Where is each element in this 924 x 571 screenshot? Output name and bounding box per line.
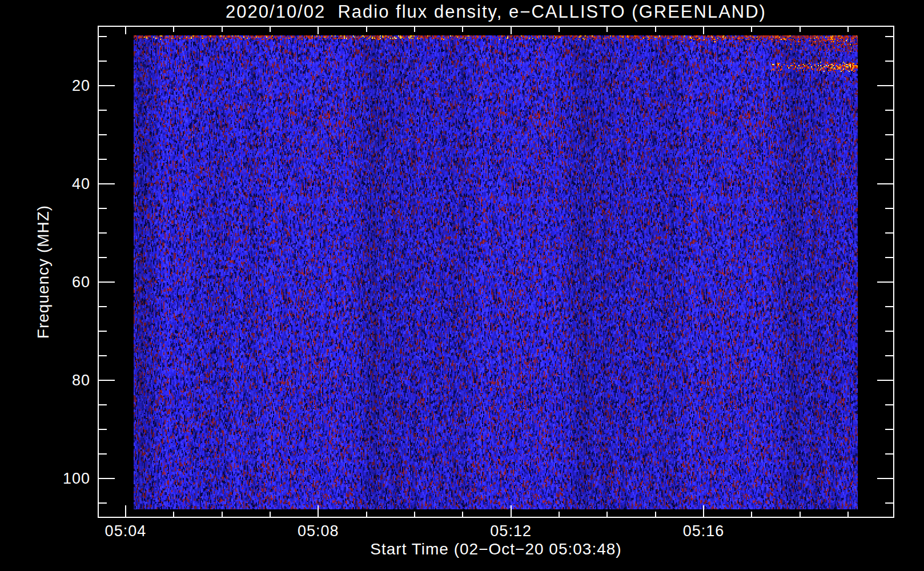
y-minor-tick [99, 61, 107, 62]
x-axis-title: Start Time (02−Oct−20 05:03:48) [98, 540, 894, 558]
y-major-tick-right [877, 183, 893, 184]
y-minor-tick-right [885, 159, 893, 160]
y-minor-tick-right [885, 355, 893, 356]
x-minor-tick-top [655, 27, 656, 32]
y-minor-tick [99, 404, 107, 405]
x-tick-label: 05:04 [86, 522, 166, 540]
y-minor-tick [99, 208, 107, 209]
x-minor-tick-top [847, 27, 849, 32]
y-minor-tick-right [885, 502, 893, 504]
y-minor-tick [99, 257, 107, 258]
y-major-tick [99, 380, 115, 381]
x-major-tick-top [125, 27, 126, 34]
chart-title: 2020/10/02 Radio flux density, e−CALLIST… [98, 2, 894, 22]
y-major-tick [99, 85, 115, 86]
x-minor-tick [414, 512, 415, 517]
x-minor-tick [847, 512, 849, 517]
y-minor-tick [99, 36, 107, 37]
y-minor-tick [99, 232, 107, 234]
x-tick-label: 05:12 [471, 522, 551, 540]
x-minor-tick [270, 512, 271, 517]
x-minor-tick-top [270, 27, 271, 32]
y-minor-tick-right [885, 331, 893, 332]
y-minor-tick [99, 331, 107, 332]
x-minor-tick [366, 512, 367, 517]
y-major-tick-right [877, 85, 893, 86]
y-minor-tick [99, 134, 107, 135]
x-major-tick-top [511, 27, 512, 34]
x-major-tick [511, 505, 512, 517]
x-minor-tick-top [800, 27, 801, 32]
x-minor-tick [173, 512, 174, 517]
x-minor-tick-top [606, 27, 608, 32]
x-minor-tick [655, 512, 656, 517]
y-minor-tick-right [885, 306, 893, 307]
x-minor-tick-top [751, 27, 752, 32]
spectrogram-figure: 2020/10/02 Radio flux density, e−CALLIST… [0, 0, 924, 571]
plot-frame [98, 26, 894, 518]
x-minor-tick [751, 512, 752, 517]
y-minor-tick-right [885, 36, 893, 37]
y-minor-tick-right [885, 257, 893, 258]
x-major-tick-top [703, 27, 704, 34]
y-major-tick [99, 282, 115, 283]
y-major-tick [99, 478, 115, 479]
y-minor-tick-right [885, 429, 893, 430]
x-minor-tick [606, 512, 608, 517]
y-minor-tick [99, 110, 107, 111]
y-minor-tick-right [885, 404, 893, 405]
x-minor-tick-top [414, 27, 415, 32]
y-minor-tick-right [885, 232, 893, 234]
y-major-tick [99, 183, 115, 184]
y-minor-tick [99, 306, 107, 307]
y-axis-title: Frequency (MHZ) [34, 205, 53, 339]
x-minor-tick-top [366, 27, 367, 32]
y-major-tick-right [877, 478, 893, 479]
x-minor-tick-top [462, 27, 463, 32]
y-minor-tick [99, 355, 107, 356]
y-minor-tick-right [885, 208, 893, 209]
y-tick-label: 60 [38, 273, 90, 291]
y-minor-tick [99, 429, 107, 430]
x-minor-tick-top [559, 27, 560, 32]
y-tick-label: 80 [38, 371, 90, 389]
x-major-tick [125, 505, 126, 517]
y-minor-tick [99, 502, 107, 504]
y-minor-tick-right [885, 134, 893, 135]
y-major-tick-right [877, 282, 893, 283]
x-minor-tick-top [173, 27, 174, 32]
x-minor-tick-top [222, 27, 223, 32]
x-minor-tick [800, 512, 801, 517]
y-minor-tick [99, 159, 107, 160]
x-minor-tick [462, 512, 463, 517]
x-minor-tick [559, 512, 560, 517]
y-minor-tick-right [885, 453, 893, 455]
x-major-tick [318, 505, 319, 517]
y-minor-tick-right [885, 110, 893, 111]
y-tick-label: 40 [38, 175, 90, 193]
x-minor-tick [222, 512, 223, 517]
x-tick-label: 05:16 [664, 522, 744, 540]
x-tick-label: 05:08 [278, 522, 358, 540]
y-tick-label: 100 [38, 469, 90, 488]
y-minor-tick [99, 453, 107, 455]
x-major-tick [703, 505, 704, 517]
y-major-tick-right [877, 380, 893, 381]
y-tick-label: 20 [38, 77, 90, 95]
y-minor-tick-right [885, 61, 893, 62]
x-major-tick-top [318, 27, 319, 34]
